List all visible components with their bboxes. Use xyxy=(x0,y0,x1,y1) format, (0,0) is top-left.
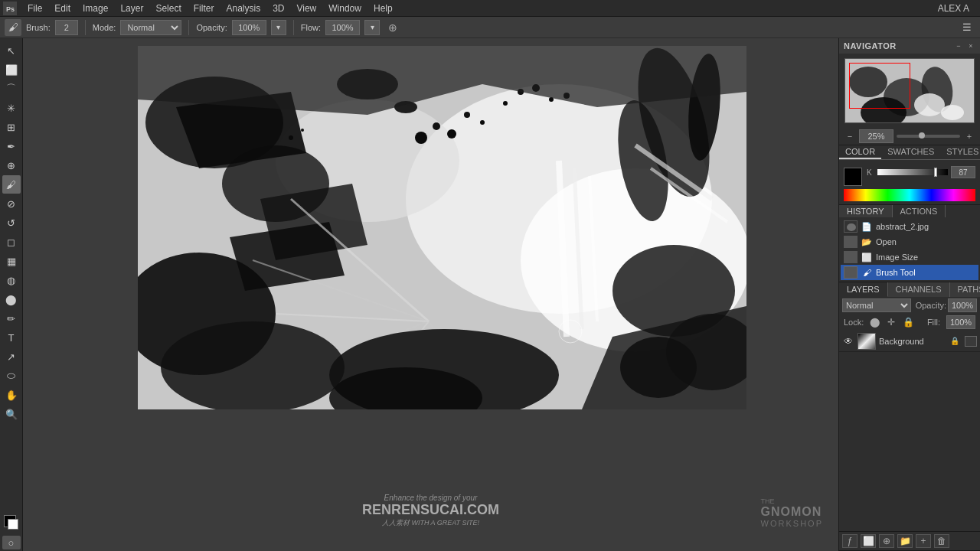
text-tool[interactable]: T xyxy=(2,328,21,347)
canvas-image xyxy=(138,46,746,409)
magic-wand-tool[interactable]: ✳ xyxy=(2,99,21,117)
fg-bg-colors[interactable] xyxy=(2,514,21,532)
navigator-zoom-row: − + xyxy=(839,128,980,145)
lock-position-icon[interactable]: ✛ xyxy=(885,316,897,328)
menu-image[interactable]: Image xyxy=(77,2,114,15)
brush-settings-icon[interactable]: ☰ xyxy=(959,19,975,36)
navigator-collapse[interactable]: − xyxy=(954,41,963,51)
layers-opacity-input[interactable] xyxy=(948,298,977,312)
layers-mode-select[interactable]: Normal Multiply Screen xyxy=(842,298,911,312)
history-item-0[interactable]: 📄 abstract_2.jpg xyxy=(841,219,978,234)
menu-analysis[interactable]: Analysis xyxy=(220,2,266,15)
history-brush-tool[interactable]: ↺ xyxy=(2,214,21,232)
dodge-tool[interactable]: ⬤ xyxy=(2,290,21,308)
lock-label: Lock: xyxy=(844,318,864,327)
path-selection-tool[interactable]: ↗ xyxy=(2,347,21,366)
marquee-tool[interactable]: ⬜ xyxy=(2,60,21,79)
opacity-label: Opacity: xyxy=(196,23,227,32)
navigator-controls: − × xyxy=(954,41,975,51)
menu-bar: Ps File Edit Image Layer Select Filter A… xyxy=(0,0,980,17)
zoom-out-btn[interactable]: − xyxy=(844,130,856,142)
tab-channels[interactable]: CHANNELS xyxy=(888,282,950,297)
opacity-input[interactable] xyxy=(232,20,266,35)
menu-layer[interactable]: Layer xyxy=(114,2,149,15)
color-tabs: COLOR SWATCHES STYLES xyxy=(839,145,980,160)
color-spectrum[interactable] xyxy=(844,189,975,201)
add-style-btn[interactable]: ƒ xyxy=(842,534,858,548)
brush-size-input[interactable] xyxy=(55,20,78,35)
brush-tool-icon[interactable]: 🖌 xyxy=(5,19,21,36)
shape-tool[interactable]: ⬭ xyxy=(2,367,21,385)
layer-visibility-icon[interactable]: 👁 xyxy=(842,335,854,347)
flow-arrow[interactable]: ▾ xyxy=(364,20,380,35)
clone-tool[interactable]: ⊘ xyxy=(2,194,21,213)
menu-edit[interactable]: Edit xyxy=(48,2,77,15)
new-fill-btn[interactable]: ⊕ xyxy=(879,534,894,548)
layer-item-background[interactable]: 👁 Background 🔒 xyxy=(839,331,980,352)
background-color[interactable] xyxy=(8,519,18,530)
k-value-input[interactable] xyxy=(951,166,975,178)
navigator-header[interactable]: NAVIGATOR − × xyxy=(839,38,980,54)
pen-tool[interactable]: ✏ xyxy=(2,309,21,328)
history-item-1[interactable]: 📂 Open xyxy=(841,234,978,249)
eraser-tool[interactable]: ◻ xyxy=(2,233,21,251)
tab-color[interactable]: COLOR xyxy=(839,145,881,159)
airbrush-icon[interactable]: ⊕ xyxy=(384,19,401,36)
layer-options-icon[interactable] xyxy=(965,336,977,347)
eyedropper-tool[interactable]: ✒ xyxy=(2,137,21,155)
svg-point-37 xyxy=(503,101,508,106)
tab-paths[interactable]: PATHS xyxy=(950,282,981,297)
history-item-2[interactable]: ⬜ Image Size xyxy=(841,249,978,265)
opacity-arrow[interactable]: ▾ xyxy=(271,20,286,35)
history-item-label-0: abstract_2.jpg xyxy=(876,222,929,231)
zoom-slider-track[interactable] xyxy=(897,133,960,139)
blur-tool[interactable]: ◍ xyxy=(2,271,21,289)
menu-select[interactable]: Select xyxy=(149,2,187,15)
separator-3 xyxy=(293,20,294,35)
brush-tool[interactable]: 🖌 xyxy=(2,175,21,194)
right-panel: NAVIGATOR − × xyxy=(838,38,980,551)
tab-actions[interactable]: ACTIONS xyxy=(893,205,946,217)
tab-history[interactable]: HISTORY xyxy=(839,205,893,217)
history-item-label-2: Image Size xyxy=(876,253,918,262)
lock-pixels-icon[interactable]: ⬤ xyxy=(868,316,880,328)
svg-point-45 xyxy=(161,321,345,409)
move-tool[interactable]: ↖ xyxy=(2,41,21,60)
zoom-input[interactable] xyxy=(859,129,893,143)
quick-mask-tool[interactable]: ○ xyxy=(2,536,21,549)
menu-window[interactable]: Window xyxy=(322,2,368,15)
tab-layers[interactable]: LAYERS xyxy=(839,282,888,297)
spot-heal-tool[interactable]: ⊕ xyxy=(2,156,21,174)
separator-2 xyxy=(188,20,189,35)
history-item-3[interactable]: 🖌 Brush Tool xyxy=(841,265,978,280)
k-slider[interactable] xyxy=(877,169,948,175)
new-layer-btn[interactable]: + xyxy=(916,534,931,548)
gradient-tool[interactable]: ▦ xyxy=(2,252,21,270)
menu-3d[interactable]: 3D xyxy=(266,2,290,15)
lasso-tool[interactable]: ⌒ xyxy=(2,80,21,98)
crop-tool[interactable]: ⊞ xyxy=(2,118,21,136)
mode-select[interactable]: Normal Multiply Screen xyxy=(120,20,181,35)
svg-point-13 xyxy=(447,129,456,139)
new-group-btn[interactable]: 📁 xyxy=(897,534,913,548)
add-mask-btn[interactable]: ⬜ xyxy=(861,534,876,548)
delete-layer-btn[interactable]: 🗑 xyxy=(934,534,949,548)
hand-tool[interactable]: ✋ xyxy=(2,386,21,404)
menu-help[interactable]: Help xyxy=(368,2,399,15)
svg-point-41 xyxy=(289,135,293,140)
svg-point-15 xyxy=(480,120,485,125)
fill-label: Fill: xyxy=(927,318,940,327)
color-swatch[interactable] xyxy=(844,168,862,186)
tab-styles[interactable]: STYLES xyxy=(940,145,980,159)
menu-file[interactable]: File xyxy=(21,2,48,15)
flow-input[interactable] xyxy=(325,20,360,35)
navigator-close[interactable]: × xyxy=(966,41,975,51)
zoom-in-btn[interactable]: + xyxy=(963,130,975,142)
fill-input[interactable] xyxy=(946,315,975,329)
tab-swatches[interactable]: SWATCHES xyxy=(881,145,940,159)
history-imagesize-icon: ⬜ xyxy=(861,251,873,263)
zoom-tool[interactable]: 🔍 xyxy=(2,405,21,423)
menu-filter[interactable]: Filter xyxy=(188,2,220,15)
lock-all-icon[interactable]: 🔒 xyxy=(902,316,914,328)
menu-view[interactable]: View xyxy=(290,2,322,15)
